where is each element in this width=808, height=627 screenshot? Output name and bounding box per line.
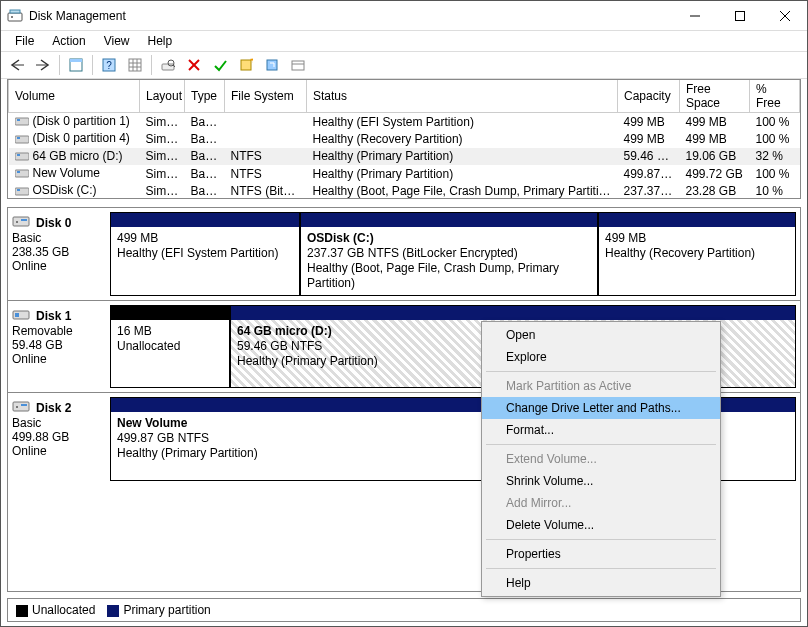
volume-free: 499 MB — [680, 113, 750, 131]
disk-name: Disk 1 — [36, 309, 71, 323]
disk-size: 499.88 GB — [12, 430, 102, 444]
properties-icon[interactable] — [286, 54, 310, 76]
context-item[interactable]: Open — [482, 324, 720, 346]
volume-name: (Disk 0 partition 4) — [33, 131, 130, 145]
context-item[interactable]: Format... — [482, 419, 720, 441]
partition-line: Healthy (Recovery Partition) — [605, 246, 789, 261]
disk-type: Basic — [12, 416, 102, 430]
context-separator — [486, 539, 716, 540]
context-separator — [486, 444, 716, 445]
minimize-button[interactable] — [672, 1, 717, 30]
titlebar[interactable]: Disk Management — [1, 1, 807, 31]
toolbar-separator — [151, 55, 152, 75]
svg-text:?: ? — [106, 60, 112, 71]
view-panel-icon[interactable] — [64, 54, 88, 76]
partition[interactable]: 499 MBHealthy (Recovery Partition) — [598, 212, 796, 296]
disk-management-window: Disk Management File Action View Help ? … — [0, 0, 808, 627]
volume-fs: NTFS — [225, 165, 307, 182]
volume-type: Basic — [185, 165, 225, 182]
volume-pfree: 100 % — [750, 130, 800, 147]
grid-icon[interactable] — [123, 54, 147, 76]
volume-fs — [225, 130, 307, 147]
volume-layout: Simple — [140, 182, 185, 199]
col-type[interactable]: Type — [185, 80, 225, 113]
menu-action[interactable]: Action — [44, 32, 93, 50]
context-item[interactable]: Delete Volume... — [482, 514, 720, 536]
svg-rect-10 — [70, 59, 82, 62]
svg-rect-0 — [8, 13, 22, 21]
menu-file[interactable]: File — [7, 32, 42, 50]
toolbar-separator — [59, 55, 60, 75]
volume-row[interactable]: New VolumeSimpleBasicNTFSHealthy (Primar… — [9, 165, 800, 182]
unallocated-region[interactable]: 16 MBUnallocated — [110, 305, 230, 388]
context-item[interactable]: Shrink Volume... — [482, 470, 720, 492]
volume-type: Basic — [185, 130, 225, 147]
context-menu: OpenExploreMark Partition as ActiveChang… — [481, 321, 721, 597]
disk-info[interactable]: Disk 2Basic499.88 GBOnline — [8, 393, 106, 485]
col-pfree[interactable]: % Free — [750, 80, 800, 113]
volume-layout: Simple — [140, 113, 185, 131]
volume-status: Healthy (Primary Partition) — [307, 148, 618, 165]
context-item[interactable]: Properties — [482, 543, 720, 565]
col-free[interactable]: Free Space — [680, 80, 750, 113]
svg-point-1 — [11, 16, 13, 18]
maximize-button[interactable] — [717, 1, 762, 30]
volume-row[interactable]: 64 GB micro (D:)SimpleBasicNTFSHealthy (… — [9, 148, 800, 165]
volume-fs — [225, 113, 307, 131]
svg-rect-26 — [292, 61, 304, 70]
partition[interactable]: OSDisk (C:)237.37 GB NTFS (BitLocker Enc… — [300, 212, 598, 296]
volume-capacity: 499 MB — [618, 130, 680, 147]
delete-icon[interactable] — [182, 54, 206, 76]
partition[interactable]: 499 MBHealthy (EFI System Partition) — [110, 212, 300, 296]
volume-layout: Simple — [140, 148, 185, 165]
svg-text:✚: ✚ — [250, 58, 253, 65]
volume-row[interactable]: (Disk 0 partition 1)SimpleBasicHealthy (… — [9, 113, 800, 131]
app-icon — [7, 8, 23, 24]
close-button[interactable] — [762, 1, 807, 30]
volume-name: 64 GB micro (D:) — [33, 149, 123, 163]
disk-info[interactable]: Disk 1Removable59.48 GBOnline — [8, 301, 106, 392]
check-icon[interactable] — [208, 54, 232, 76]
disk-type: Basic — [12, 231, 102, 245]
volume-pfree: 10 % — [750, 182, 800, 199]
volume-row[interactable]: (Disk 0 partition 4)SimpleBasicHealthy (… — [9, 130, 800, 147]
volume-type: Basic — [185, 113, 225, 131]
volume-type: Basic — [185, 182, 225, 199]
context-item: Mark Partition as Active — [482, 375, 720, 397]
refresh-icon[interactable] — [260, 54, 284, 76]
new-volume-icon[interactable]: ✚ — [234, 54, 258, 76]
svg-rect-45 — [21, 404, 27, 406]
disk-info[interactable]: Disk 0Basic238.35 GBOnline — [8, 208, 106, 300]
forward-button[interactable] — [31, 54, 55, 76]
svg-rect-43 — [13, 402, 29, 411]
volume-row[interactable]: OSDisk (C:)SimpleBasicNTFS (BitLo...Heal… — [9, 182, 800, 199]
help-icon[interactable]: ? — [97, 54, 121, 76]
volume-icon — [15, 114, 29, 129]
legend-primary: Primary partition — [107, 603, 210, 617]
volume-list[interactable]: Volume Layout Type File System Status Ca… — [7, 79, 801, 199]
menu-view[interactable]: View — [96, 32, 138, 50]
partition-line: 499 MB — [605, 231, 789, 246]
context-item[interactable]: Explore — [482, 346, 720, 368]
volume-pfree: 32 % — [750, 148, 800, 165]
menu-help[interactable]: Help — [140, 32, 181, 50]
col-layout[interactable]: Layout — [140, 80, 185, 113]
scan-disks-icon[interactable] — [156, 54, 180, 76]
partition-stripe — [231, 306, 795, 320]
col-status[interactable]: Status — [307, 80, 618, 113]
col-volume[interactable]: Volume — [9, 80, 140, 113]
partition-stripe — [599, 213, 795, 227]
volume-pfree: 100 % — [750, 165, 800, 182]
volume-status: Healthy (Primary Partition) — [307, 165, 618, 182]
svg-rect-2 — [10, 10, 20, 13]
col-fs[interactable]: File System — [225, 80, 307, 113]
svg-rect-37 — [17, 189, 20, 191]
context-item[interactable]: Change Drive Letter and Paths... — [482, 397, 720, 419]
context-item[interactable]: Help — [482, 572, 720, 594]
disk-name: Disk 0 — [36, 216, 71, 230]
col-capacity[interactable]: Capacity — [618, 80, 680, 113]
partition-line: Healthy (EFI System Partition) — [117, 246, 293, 261]
svg-rect-29 — [17, 119, 20, 121]
partition-stripe — [301, 213, 597, 227]
back-button[interactable] — [5, 54, 29, 76]
